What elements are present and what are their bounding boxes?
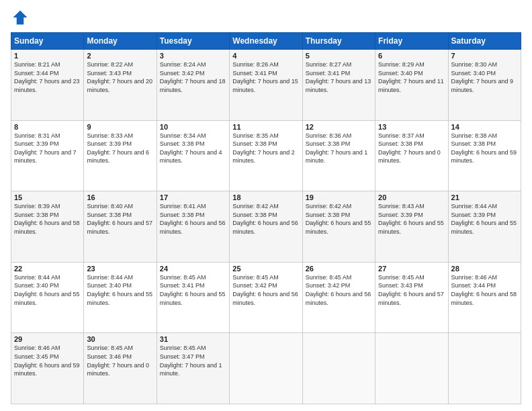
day-number: 30 xyxy=(87,335,153,343)
day-header-monday: Monday xyxy=(84,33,157,50)
day-info: Sunrise: 8:44 AMSunset: 3:40 PMDaylight:… xyxy=(14,273,81,307)
day-cell xyxy=(230,333,302,404)
day-cell: 24Sunrise: 8:45 AMSunset: 3:41 PMDayligh… xyxy=(157,262,229,333)
day-info: Sunrise: 8:39 AMSunset: 3:38 PMDaylight:… xyxy=(14,202,81,236)
day-number: 3 xyxy=(160,52,226,60)
week-row-4: 22Sunrise: 8:44 AMSunset: 3:40 PMDayligh… xyxy=(11,262,521,333)
day-number: 20 xyxy=(378,193,445,201)
day-info: Sunrise: 8:38 AMSunset: 3:38 PMDaylight:… xyxy=(451,132,518,165)
calendar-table: SundayMondayTuesdayWednesdayThursdayFrid… xyxy=(11,32,521,404)
day-info: Sunrise: 8:34 AMSunset: 3:38 PMDaylight:… xyxy=(160,132,226,165)
day-info: Sunrise: 8:45 AMSunset: 3:46 PMDaylight:… xyxy=(87,344,153,377)
day-cell: 23Sunrise: 8:44 AMSunset: 3:40 PMDayligh… xyxy=(84,262,157,333)
day-info: Sunrise: 8:45 AMSunset: 3:42 PMDaylight:… xyxy=(232,273,299,307)
day-cell: 5Sunrise: 8:27 AMSunset: 3:41 PMDaylight… xyxy=(302,50,375,121)
day-number: 21 xyxy=(451,193,518,201)
day-cell xyxy=(448,333,521,404)
day-cell: 9Sunrise: 8:33 AMSunset: 3:39 PMDaylight… xyxy=(84,120,157,191)
day-header-wednesday: Wednesday xyxy=(230,33,302,50)
day-info: Sunrise: 8:43 AMSunset: 3:39 PMDaylight:… xyxy=(378,202,445,236)
week-row-1: 1Sunrise: 8:21 AMSunset: 3:44 PMDaylight… xyxy=(11,50,521,121)
day-info: Sunrise: 8:44 AMSunset: 3:40 PMDaylight:… xyxy=(87,273,153,307)
day-info: Sunrise: 8:22 AMSunset: 3:43 PMDaylight:… xyxy=(87,60,153,94)
day-number: 14 xyxy=(451,123,518,131)
day-cell: 18Sunrise: 8:42 AMSunset: 3:38 PMDayligh… xyxy=(230,191,302,263)
day-info: Sunrise: 8:35 AMSunset: 3:38 PMDaylight:… xyxy=(232,132,299,165)
day-number: 4 xyxy=(232,52,299,60)
day-cell: 11Sunrise: 8:35 AMSunset: 3:38 PMDayligh… xyxy=(230,120,302,191)
day-number: 9 xyxy=(87,123,153,131)
day-info: Sunrise: 8:21 AMSunset: 3:44 PMDaylight:… xyxy=(14,60,81,94)
day-cell: 20Sunrise: 8:43 AMSunset: 3:39 PMDayligh… xyxy=(375,191,448,263)
day-info: Sunrise: 8:27 AMSunset: 3:41 PMDaylight:… xyxy=(306,60,372,94)
day-info: Sunrise: 8:42 AMSunset: 3:38 PMDaylight:… xyxy=(232,202,299,236)
day-info: Sunrise: 8:33 AMSunset: 3:39 PMDaylight:… xyxy=(87,132,153,165)
day-info: Sunrise: 8:45 AMSunset: 3:41 PMDaylight:… xyxy=(160,273,226,307)
day-number: 28 xyxy=(451,265,518,273)
day-number: 11 xyxy=(232,123,299,131)
day-cell: 8Sunrise: 8:31 AMSunset: 3:39 PMDaylight… xyxy=(11,120,84,191)
day-header-tuesday: Tuesday xyxy=(157,33,229,50)
day-cell xyxy=(375,333,448,404)
day-number: 23 xyxy=(87,265,153,273)
day-info: Sunrise: 8:31 AMSunset: 3:39 PMDaylight:… xyxy=(14,132,81,165)
header xyxy=(11,8,521,27)
day-cell: 3Sunrise: 8:24 AMSunset: 3:42 PMDaylight… xyxy=(157,50,229,121)
day-cell: 30Sunrise: 8:45 AMSunset: 3:46 PMDayligh… xyxy=(84,333,157,404)
day-info: Sunrise: 8:29 AMSunset: 3:40 PMDaylight:… xyxy=(378,60,445,94)
day-number: 10 xyxy=(160,123,226,131)
day-cell: 29Sunrise: 8:46 AMSunset: 3:45 PMDayligh… xyxy=(11,333,84,404)
day-number: 19 xyxy=(306,193,372,201)
week-row-3: 15Sunrise: 8:39 AMSunset: 3:38 PMDayligh… xyxy=(11,191,521,263)
day-cell: 7Sunrise: 8:30 AMSunset: 3:40 PMDaylight… xyxy=(448,50,521,121)
day-number: 2 xyxy=(87,52,153,60)
day-number: 16 xyxy=(87,193,153,201)
day-number: 7 xyxy=(451,52,518,60)
day-info: Sunrise: 8:37 AMSunset: 3:38 PMDaylight:… xyxy=(378,132,445,165)
day-number: 12 xyxy=(306,123,372,131)
day-cell: 19Sunrise: 8:42 AMSunset: 3:38 PMDayligh… xyxy=(302,191,375,263)
day-info: Sunrise: 8:44 AMSunset: 3:39 PMDaylight:… xyxy=(451,202,518,236)
day-cell: 27Sunrise: 8:45 AMSunset: 3:43 PMDayligh… xyxy=(375,262,448,333)
day-number: 1 xyxy=(14,52,81,60)
day-info: Sunrise: 8:24 AMSunset: 3:42 PMDaylight:… xyxy=(160,60,226,94)
day-cell: 4Sunrise: 8:26 AMSunset: 3:41 PMDaylight… xyxy=(230,50,302,121)
week-row-5: 29Sunrise: 8:46 AMSunset: 3:45 PMDayligh… xyxy=(11,333,521,404)
day-info: Sunrise: 8:36 AMSunset: 3:38 PMDaylight:… xyxy=(306,132,372,165)
day-cell xyxy=(302,333,375,404)
day-number: 13 xyxy=(378,123,445,131)
day-number: 29 xyxy=(14,335,81,343)
day-cell: 10Sunrise: 8:34 AMSunset: 3:38 PMDayligh… xyxy=(157,120,229,191)
day-number: 15 xyxy=(14,193,81,201)
day-cell: 13Sunrise: 8:37 AMSunset: 3:38 PMDayligh… xyxy=(375,120,448,191)
day-info: Sunrise: 8:40 AMSunset: 3:38 PMDaylight:… xyxy=(87,202,153,236)
day-info: Sunrise: 8:45 AMSunset: 3:47 PMDaylight:… xyxy=(160,344,226,377)
day-info: Sunrise: 8:45 AMSunset: 3:43 PMDaylight:… xyxy=(378,273,445,307)
day-number: 25 xyxy=(232,265,299,273)
day-cell: 28Sunrise: 8:46 AMSunset: 3:44 PMDayligh… xyxy=(448,262,521,333)
day-info: Sunrise: 8:42 AMSunset: 3:38 PMDaylight:… xyxy=(306,202,372,236)
day-info: Sunrise: 8:45 AMSunset: 3:42 PMDaylight:… xyxy=(306,273,372,307)
day-number: 24 xyxy=(160,265,226,273)
day-info: Sunrise: 8:46 AMSunset: 3:44 PMDaylight:… xyxy=(451,273,518,307)
day-number: 18 xyxy=(232,193,299,201)
day-cell: 15Sunrise: 8:39 AMSunset: 3:38 PMDayligh… xyxy=(11,191,84,263)
week-row-2: 8Sunrise: 8:31 AMSunset: 3:39 PMDaylight… xyxy=(11,120,521,191)
day-header-saturday: Saturday xyxy=(448,33,521,50)
logo xyxy=(11,8,32,27)
day-cell: 22Sunrise: 8:44 AMSunset: 3:40 PMDayligh… xyxy=(11,262,84,333)
svg-marker-0 xyxy=(13,11,28,25)
day-info: Sunrise: 8:26 AMSunset: 3:41 PMDaylight:… xyxy=(232,60,299,94)
day-cell: 17Sunrise: 8:41 AMSunset: 3:38 PMDayligh… xyxy=(157,191,229,263)
day-header-sunday: Sunday xyxy=(11,33,84,50)
day-info: Sunrise: 8:41 AMSunset: 3:38 PMDaylight:… xyxy=(160,202,226,236)
day-info: Sunrise: 8:30 AMSunset: 3:40 PMDaylight:… xyxy=(451,60,518,94)
day-cell: 14Sunrise: 8:38 AMSunset: 3:38 PMDayligh… xyxy=(448,120,521,191)
day-header-thursday: Thursday xyxy=(302,33,375,50)
day-info: Sunrise: 8:46 AMSunset: 3:45 PMDaylight:… xyxy=(14,344,81,377)
day-number: 17 xyxy=(160,193,226,201)
day-cell: 12Sunrise: 8:36 AMSunset: 3:38 PMDayligh… xyxy=(302,120,375,191)
day-number: 8 xyxy=(14,123,81,131)
day-number: 31 xyxy=(160,335,226,343)
day-cell: 1Sunrise: 8:21 AMSunset: 3:44 PMDaylight… xyxy=(11,50,84,121)
